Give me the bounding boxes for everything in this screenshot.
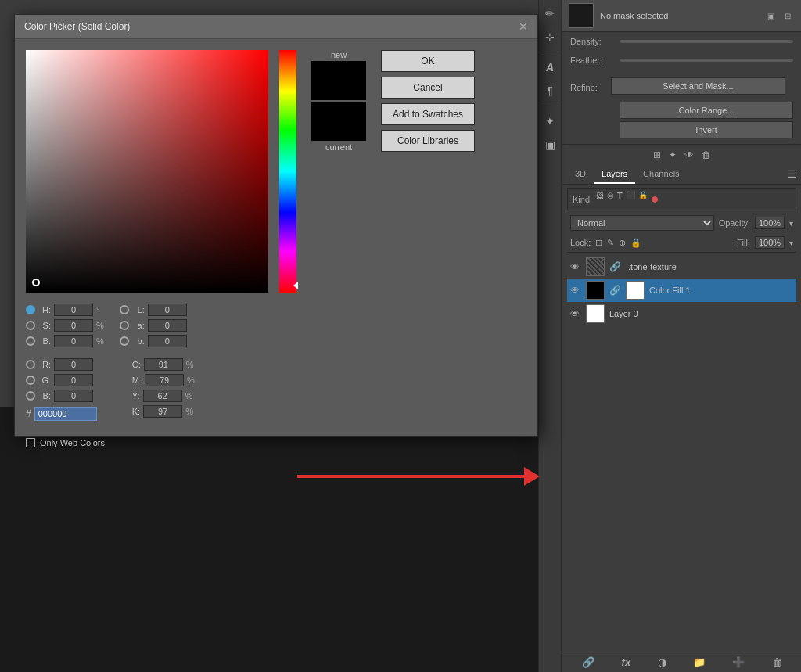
r-input-row: R: — [26, 358, 104, 371]
mask-icon-1[interactable]: ▣ — [763, 9, 778, 23]
b2-input[interactable] — [54, 390, 93, 402]
tab-menu-icon[interactable]: ☰ — [788, 169, 796, 180]
adjustment-layer-icon[interactable]: ◑ — [658, 656, 666, 668]
cursor-tool-icon[interactable]: ⊹ — [541, 28, 559, 45]
star-icon[interactable]: ✦ — [669, 149, 677, 160]
lock-move-icon[interactable]: ⊕ — [619, 238, 626, 248]
c-input[interactable] — [144, 358, 183, 371]
layer-eye-icon[interactable]: 👁 — [570, 285, 581, 296]
blend-mode-select[interactable]: Normal — [570, 215, 714, 231]
webcol-checkbox[interactable] — [26, 438, 35, 447]
link-layers-icon[interactable]: 🔗 — [582, 656, 594, 668]
b-radio[interactable] — [26, 336, 35, 346]
mask-thumbnail — [569, 3, 594, 28]
add-to-swatches-button[interactable]: Add to Swatches — [381, 103, 475, 125]
color-libraries-button[interactable]: Color Libraries — [381, 130, 475, 152]
a-radio[interactable] — [120, 321, 129, 330]
lock-label: Lock: — [570, 238, 591, 247]
l-radio[interactable] — [120, 305, 129, 314]
eye-icon[interactable]: 👁 — [684, 149, 694, 160]
hex-input[interactable] — [34, 407, 97, 421]
g-radio[interactable] — [26, 376, 35, 385]
density-slider[interactable] — [620, 40, 793, 43]
mask-tool-icon[interactable]: ▣ — [541, 136, 559, 153]
b2-label: B: — [38, 391, 51, 401]
lock-row: Lock: ⊡ ✎ ⊕ 🔒 Fill: 100% ▾ — [567, 235, 796, 253]
layer-row[interactable]: 👁 🔗 Color Fill 1 — [567, 279, 796, 302]
color-field-picker[interactable] — [32, 279, 40, 286]
color-range-button[interactable]: Color Range... — [620, 102, 793, 119]
kind-shape-icon[interactable]: ⬛ — [626, 191, 635, 207]
b-label: B: — [38, 336, 51, 346]
feather-slider[interactable] — [620, 59, 793, 62]
b-lab-input-row: b: — [120, 335, 195, 347]
opacity-value[interactable]: 100% — [755, 217, 785, 229]
h-input[interactable] — [54, 304, 93, 316]
b-lab-input[interactable] — [148, 335, 187, 347]
r-input[interactable] — [54, 358, 93, 371]
text-tool-icon[interactable]: A — [541, 59, 559, 76]
pen-tool-icon[interactable]: ✏ — [541, 5, 559, 22]
shape-tool-icon[interactable]: ✦ — [541, 113, 559, 130]
kind-smart-icon[interactable]: 🔒 — [638, 191, 648, 207]
grid-icon[interactable]: ⊞ — [653, 149, 661, 160]
tab-3d[interactable]: 3D — [567, 165, 594, 184]
l-input[interactable] — [148, 304, 187, 316]
trash-icon[interactable]: 🗑 — [702, 149, 711, 160]
lock-position-icon[interactable]: ✎ — [607, 238, 614, 248]
hue-slider[interactable] — [279, 50, 296, 293]
b-lab-radio[interactable] — [120, 336, 129, 346]
kind-text-icon[interactable]: T — [617, 191, 623, 207]
m-input[interactable] — [145, 374, 184, 386]
tab-channels[interactable]: Channels — [635, 165, 687, 184]
tab-layers[interactable]: Layers — [594, 165, 635, 184]
layer-row[interactable]: 👁 🔗 ..tone-texture — [567, 255, 796, 279]
blend-mode-row: Normal Opacity: 100% ▾ — [567, 214, 796, 232]
delete-layer-icon[interactable]: 🗑 — [772, 656, 782, 668]
lock-pixels-icon[interactable]: ⊡ — [595, 238, 602, 248]
b2-radio[interactable] — [26, 391, 35, 401]
fill-value[interactable]: 100% — [755, 236, 785, 249]
new-layer-icon[interactable]: ➕ — [732, 656, 745, 668]
layer-name: ..tone-texture — [626, 262, 793, 271]
ok-button[interactable]: OK — [381, 50, 475, 72]
kind-image-icon[interactable]: 🖼 — [596, 191, 604, 207]
fx-icon[interactable]: fx — [622, 656, 631, 668]
kind-dot-icon[interactable]: ● — [651, 191, 659, 207]
mask-icon-2[interactable]: ⊞ — [781, 9, 795, 23]
m-label: M: — [132, 376, 142, 385]
b-input-row: B: % — [26, 335, 104, 347]
s-radio[interactable] — [26, 321, 35, 330]
feather-row: Feather: — [562, 51, 801, 70]
b-input[interactable] — [54, 335, 93, 347]
h-radio[interactable] — [26, 305, 35, 314]
kind-adjust-icon[interactable]: ◎ — [607, 191, 614, 207]
group-icon[interactable]: 📁 — [693, 656, 706, 668]
layer-link-icon[interactable]: 🔗 — [609, 285, 621, 296]
layer-row[interactable]: 👁 Layer 0 — [567, 302, 796, 325]
s-input[interactable] — [54, 319, 93, 332]
layers-search: Kind 🖼 ◎ T ⬛ 🔒 ● — [567, 188, 796, 210]
select-mask-button[interactable]: Select and Mask... — [611, 77, 785, 95]
s-input-row: S: % — [26, 319, 104, 332]
layer-eye-icon[interactable]: 👁 — [570, 308, 581, 319]
layer-link-icon[interactable]: 🔗 — [609, 261, 621, 272]
y-input[interactable] — [143, 390, 182, 402]
cancel-button[interactable]: Cancel — [381, 77, 475, 99]
layer-eye-icon[interactable]: 👁 — [570, 261, 581, 272]
color-gradient-field[interactable] — [26, 50, 268, 293]
lock-all-icon[interactable]: 🔒 — [630, 238, 641, 248]
r-radio[interactable] — [26, 360, 35, 369]
vertical-toolbar: ✏ ⊹ A ¶ ✦ ▣ — [538, 0, 562, 672]
opacity-dropdown-icon[interactable]: ▾ — [789, 219, 793, 228]
a-input[interactable] — [148, 319, 187, 332]
layer-mask-thumbnail — [626, 281, 645, 300]
toolbar-separator-1 — [542, 52, 558, 52]
invert-button[interactable]: Invert — [620, 121, 793, 138]
g-input[interactable] — [54, 374, 93, 386]
fill-dropdown-icon[interactable]: ▾ — [789, 239, 793, 247]
dialog-close-button[interactable]: ✕ — [519, 21, 528, 32]
paragraph-tool-icon[interactable]: ¶ — [541, 82, 559, 99]
m-input-row: M: % — [120, 374, 195, 386]
k-input[interactable] — [143, 405, 182, 418]
